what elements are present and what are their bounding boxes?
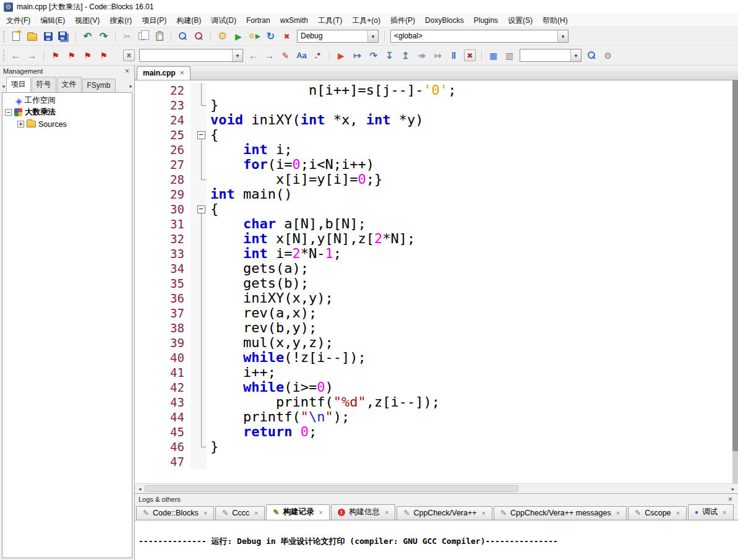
- menu-item-11[interactable]: 插件(P): [385, 14, 420, 27]
- logs-tab-2[interactable]: ✎构建记录×: [266, 504, 330, 520]
- step-into-instruction-button[interactable]: ↣: [430, 48, 445, 63]
- horizontal-scrollbar-track[interactable]: [145, 484, 728, 493]
- close-tab-icon[interactable]: ×: [204, 509, 207, 517]
- abort-build-button[interactable]: ✖: [279, 29, 294, 44]
- find-button[interactable]: [175, 29, 191, 44]
- menu-item-9[interactable]: 工具(T): [313, 14, 347, 27]
- menu-item-3[interactable]: 搜索(r): [105, 14, 137, 27]
- menu-item-5[interactable]: 构建(B): [171, 14, 206, 27]
- expand-plus-icon[interactable]: +: [17, 121, 24, 127]
- highlight-occurrences-button[interactable]: ✎: [278, 48, 293, 63]
- logs-tab-1[interactable]: ✎Cccc×: [215, 506, 265, 520]
- logs-tab-0[interactable]: ✎Code::Blocks×: [136, 506, 214, 520]
- clear-bookmarks-button[interactable]: ⚑: [96, 48, 111, 63]
- chevron-down-icon[interactable]: ▾: [570, 50, 581, 61]
- menu-item-1[interactable]: 编辑(E): [35, 14, 70, 27]
- fold-toggle-icon[interactable]: [191, 202, 207, 217]
- logs-tab-6[interactable]: ✎Cscope×: [628, 506, 687, 520]
- menu-item-2[interactable]: 视图(V): [70, 14, 105, 27]
- fold-toggle-icon[interactable]: [191, 127, 207, 142]
- nav-forward-button[interactable]: →: [24, 48, 40, 63]
- close-tab-icon[interactable]: ×: [180, 69, 184, 77]
- menu-item-7[interactable]: Fortran: [241, 14, 275, 27]
- close-tab-icon[interactable]: ×: [482, 509, 486, 517]
- chevron-down-icon[interactable]: ▾: [232, 50, 242, 61]
- save-button[interactable]: [40, 29, 56, 44]
- vertical-scrollbar[interactable]: [732, 80, 738, 483]
- paste-button[interactable]: [152, 29, 167, 44]
- search-next-button[interactable]: →: [262, 48, 277, 63]
- close-tab-icon[interactable]: ×: [254, 509, 258, 517]
- menu-item-15[interactable]: 帮助(H): [538, 14, 573, 27]
- management-tab-2[interactable]: 文件: [57, 77, 82, 92]
- open-file-button[interactable]: [24, 29, 40, 44]
- close-tab-icon[interactable]: ×: [319, 509, 323, 516]
- step-into-button[interactable]: ↧: [382, 48, 397, 63]
- debugging-windows-button[interactable]: ▦: [486, 48, 501, 63]
- match-case-button[interactable]: Aa: [294, 48, 309, 63]
- menu-item-13[interactable]: Plugins: [469, 14, 503, 27]
- new-file-button[interactable]: [8, 29, 24, 44]
- menu-item-8[interactable]: wxSmith: [275, 14, 313, 27]
- horizontal-scrollbar[interactable]: ◂ ▸: [135, 483, 738, 493]
- various-info-button[interactable]: ▥: [502, 48, 517, 63]
- scroll-right-icon[interactable]: ▸: [728, 486, 738, 492]
- build-target-select[interactable]: Debug▾: [297, 30, 379, 43]
- run-button[interactable]: ▶: [231, 29, 246, 44]
- build-button[interactable]: ⚙: [215, 29, 230, 44]
- management-tab-0[interactable]: 项目: [6, 77, 31, 92]
- save-all-button[interactable]: [56, 29, 72, 44]
- rebuild-button[interactable]: ↻: [263, 29, 278, 44]
- stop-debugger-button[interactable]: ✖: [464, 50, 476, 61]
- logs-tab-3[interactable]: !构建信息×: [331, 504, 395, 520]
- use-regex-button[interactable]: .*: [310, 48, 325, 63]
- management-tab-3[interactable]: FSymb: [82, 79, 116, 92]
- toolbar-search-select[interactable]: ▾: [520, 49, 581, 62]
- menu-item-14[interactable]: 设置(S): [503, 14, 538, 27]
- run-to-cursor-button[interactable]: ↦: [350, 48, 365, 63]
- close-tab-icon[interactable]: ×: [385, 509, 388, 516]
- step-out-button[interactable]: ↥: [398, 48, 413, 63]
- menu-item-10[interactable]: 工具+(o): [347, 14, 385, 27]
- next-instruction-button[interactable]: ↠: [414, 48, 429, 63]
- menu-item-12[interactable]: DoxyBlocks: [420, 14, 469, 27]
- expand-minus-icon[interactable]: −: [5, 109, 12, 116]
- management-tab-1[interactable]: 符号: [32, 77, 56, 92]
- logs-tab-5[interactable]: ✎CppCheck/Vera++ messages×: [494, 506, 627, 520]
- logs-tab-7[interactable]: ●调试×: [688, 504, 733, 520]
- nav-back-button[interactable]: ←: [8, 48, 24, 63]
- chevron-down-icon[interactable]: ▾: [557, 30, 568, 42]
- close-tab-icon[interactable]: ×: [723, 509, 726, 516]
- close-tab-icon[interactable]: ×: [676, 509, 680, 517]
- prev-bookmark-button[interactable]: ⚑: [64, 48, 79, 63]
- next-bookmark-button[interactable]: ⚑: [80, 48, 95, 63]
- tab-scroll-left-icon[interactable]: ◂: [1, 83, 6, 92]
- close-tab-icon[interactable]: ×: [616, 509, 620, 517]
- menu-item-6[interactable]: 调试(D): [206, 14, 241, 27]
- tree-item-0[interactable]: ◈工作空间: [2, 95, 132, 106]
- find-in-files-button[interactable]: [191, 29, 207, 44]
- cut-button[interactable]: ✂: [119, 29, 135, 44]
- menu-item-4[interactable]: 项目(P): [137, 14, 171, 27]
- vertical-scrollbar-thumb[interactable]: [732, 80, 738, 451]
- break-debugger-button[interactable]: ‖: [446, 48, 461, 63]
- close-management-icon[interactable]: ×: [123, 67, 131, 75]
- next-line-button[interactable]: ↷: [366, 48, 381, 63]
- editor-tab-maincpp[interactable]: main.cpp ×: [137, 66, 191, 80]
- undo-button[interactable]: ↶: [80, 29, 95, 44]
- chevron-down-icon[interactable]: ▾: [367, 30, 378, 42]
- build-and-run-button[interactable]: ⚙▶: [247, 29, 262, 44]
- scope-select[interactable]: <global>▾: [390, 30, 569, 43]
- tree-item-2[interactable]: +Sources: [2, 118, 132, 130]
- menu-item-0[interactable]: 文件(F): [1, 14, 35, 27]
- search-options-button[interactable]: ⚙: [600, 48, 616, 63]
- close-logs-icon[interactable]: ×: [726, 496, 734, 503]
- search-go-button[interactable]: [584, 48, 599, 63]
- tree-item-1[interactable]: −大数乘法: [2, 106, 132, 118]
- clear-search-button[interactable]: ✖: [123, 50, 135, 61]
- toggle-bookmark-button[interactable]: ⚑: [48, 48, 63, 63]
- redo-button[interactable]: ↷: [96, 29, 111, 44]
- search-prev-button[interactable]: ←: [246, 48, 261, 63]
- incremental-search-input[interactable]: ▾: [139, 49, 243, 62]
- debug-continue-button[interactable]: ▶: [333, 48, 349, 63]
